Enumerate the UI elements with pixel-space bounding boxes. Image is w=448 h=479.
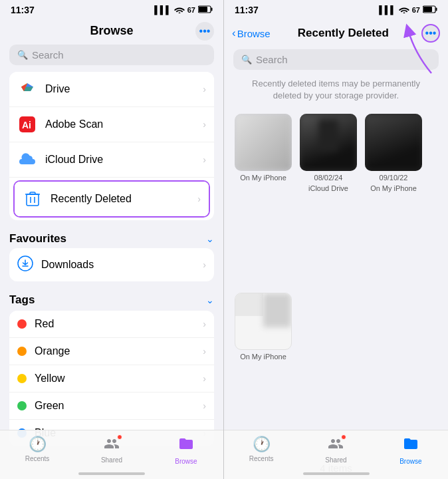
icloud-chevron: ›: [203, 154, 206, 165]
recents-label-left: Recents: [25, 455, 50, 462]
back-button[interactable]: ‹ Browse: [232, 27, 271, 40]
left-search-bar[interactable]: 🔍 Search: [9, 45, 214, 65]
list-item-icloud[interactable]: iCloud Drive ›: [9, 142, 214, 178]
yellow-label: Yellow: [35, 373, 203, 385]
tab-shared-right[interactable]: Shared: [314, 436, 357, 464]
shared-badge-right: [328, 436, 344, 454]
search-icon-right: 🔍: [241, 55, 252, 65]
list-item-downloads[interactable]: Downloads ›: [9, 248, 214, 281]
icloud-label: iCloud Drive: [45, 154, 203, 166]
wifi-icon: [174, 5, 185, 15]
file-label-3: On My iPhone: [370, 184, 417, 192]
tab-browse-right[interactable]: Browse: [390, 436, 432, 465]
browse-label-right: Browse: [399, 458, 421, 465]
browse-icon-left: [178, 436, 194, 456]
files-grid: On My iPhone 08/02/24 iCloud Drive 09/10…: [224, 108, 448, 458]
right-panel: 11:37 ▌▌▌ 67 ‹ Browse Recently Deleted •…: [224, 0, 448, 479]
recents-label-right: Recents: [249, 455, 274, 462]
favourites-list: Downloads ›: [9, 248, 214, 281]
list-item-orange[interactable]: Orange ›: [9, 338, 214, 365]
right-header-title: Recently Deleted: [275, 27, 412, 40]
drive-chevron: ›: [203, 84, 206, 94]
recently-deleted-chevron: ›: [197, 194, 201, 204]
signal-icon: ▌▌▌: [154, 5, 171, 15]
tags-collapse-icon[interactable]: ⌄: [206, 295, 214, 305]
left-more-button[interactable]: •••: [195, 22, 214, 41]
list-item-recently-deleted-wrapper[interactable]: Recently Deleted ›: [13, 180, 210, 218]
list-item-drive[interactable]: Drive ›: [9, 72, 214, 107]
yellow-chevron: ›: [203, 373, 206, 384]
tab-recents-left[interactable]: 🕐 Recents: [16, 436, 58, 462]
battery-body-icon: [198, 5, 213, 15]
green-dot: [17, 401, 27, 410]
svg-rect-1: [199, 7, 207, 12]
tab-shared-left[interactable]: Shared: [90, 436, 133, 464]
file-label-2: iCloud Drive: [308, 184, 348, 192]
orange-label: Orange: [35, 345, 203, 357]
arrow-annotation: [395, 20, 441, 82]
file-item-2[interactable]: 08/02/24 iCloud Drive: [300, 114, 357, 285]
time-left: 11:37: [11, 5, 35, 15]
battery-pct-right: 67: [412, 6, 420, 14]
left-search-placeholder: Search: [32, 49, 64, 61]
more-icon: •••: [199, 25, 211, 37]
file-item-4[interactable]: On My iPhone: [235, 293, 292, 453]
tab-browse-left[interactable]: Browse: [165, 436, 207, 465]
list-item-green[interactable]: Green ›: [9, 393, 214, 420]
svg-rect-5: [27, 194, 39, 206]
locations-list: Drive › Ai Adobe Scan ›: [9, 72, 214, 220]
favourites-title: Favourites: [9, 232, 66, 245]
tab-recents-right[interactable]: 🕐 Recents: [240, 436, 282, 462]
downloads-icon-wrap: [17, 255, 33, 274]
file-thumb-1: [235, 114, 292, 171]
tags-header: Tags ⌄: [0, 287, 223, 309]
file-item-3[interactable]: 09/10/22 On My iPhone: [365, 114, 422, 285]
green-chevron: ›: [203, 400, 206, 411]
list-item-yellow[interactable]: Yellow ›: [9, 365, 214, 393]
shared-label-left: Shared: [101, 456, 122, 464]
browse-icon-right: [403, 436, 419, 456]
file-item-1[interactable]: On My iPhone: [235, 114, 292, 285]
red-label: Red: [35, 318, 203, 330]
shared-label-right: Shared: [325, 456, 346, 464]
list-item-recently-deleted[interactable]: Recently Deleted ›: [15, 182, 209, 216]
red-dot: [17, 319, 27, 329]
drive-icon-wrap: [17, 79, 37, 99]
list-item-adobe[interactable]: Ai Adobe Scan ›: [9, 107, 214, 142]
downloads-chevron: ›: [203, 259, 206, 270]
back-label: Browse: [237, 28, 271, 39]
left-header: Browse •••: [0, 19, 223, 42]
shared-badge-dot-left: [117, 434, 122, 440]
signal-icon-right: ▌▌▌: [379, 5, 396, 15]
recents-icon-left: 🕐: [29, 436, 47, 453]
recents-icon-right: 🕐: [253, 436, 271, 453]
adobe-icon-wrap: Ai: [17, 114, 37, 134]
file-date-3: 09/10/22: [380, 174, 408, 182]
right-tab-bar: 🕐 Recents Shared Browse: [224, 430, 448, 479]
shared-badge-left: [104, 436, 120, 454]
home-indicator-right: [303, 472, 370, 475]
annotation-arrow-svg: [395, 20, 441, 80]
svg-rect-13: [423, 7, 432, 12]
file-label-4: On My iPhone: [240, 353, 286, 361]
left-header-title: Browse: [90, 24, 133, 38]
svg-text:Ai: Ai: [22, 120, 31, 130]
green-label: Green: [35, 400, 203, 412]
left-panel: 11:37 ▌▌▌ 67 Browse ••• 🔍 Search: [0, 0, 224, 479]
shared-badge-dot-right: [341, 434, 346, 440]
trash-icon-wrap: [23, 189, 43, 209]
orange-dot: [17, 347, 27, 356]
wifi-icon-right: [399, 5, 409, 15]
drive-label: Drive: [45, 83, 203, 95]
favourites-collapse-icon[interactable]: ⌄: [206, 234, 214, 244]
tags-title: Tags: [9, 293, 35, 307]
tags-list: Red › Orange › Yellow › Green › Blue: [9, 311, 214, 446]
adobe-chevron: ›: [203, 119, 206, 130]
home-indicator-left: [78, 472, 145, 475]
yellow-dot: [17, 374, 27, 383]
status-bar-right: 11:37 ▌▌▌ 67: [224, 0, 448, 19]
file-label-1: On My iPhone: [240, 174, 286, 182]
file-thumb-2: [300, 114, 357, 171]
list-item-red[interactable]: Red ›: [9, 311, 214, 338]
svg-rect-2: [211, 7, 213, 11]
